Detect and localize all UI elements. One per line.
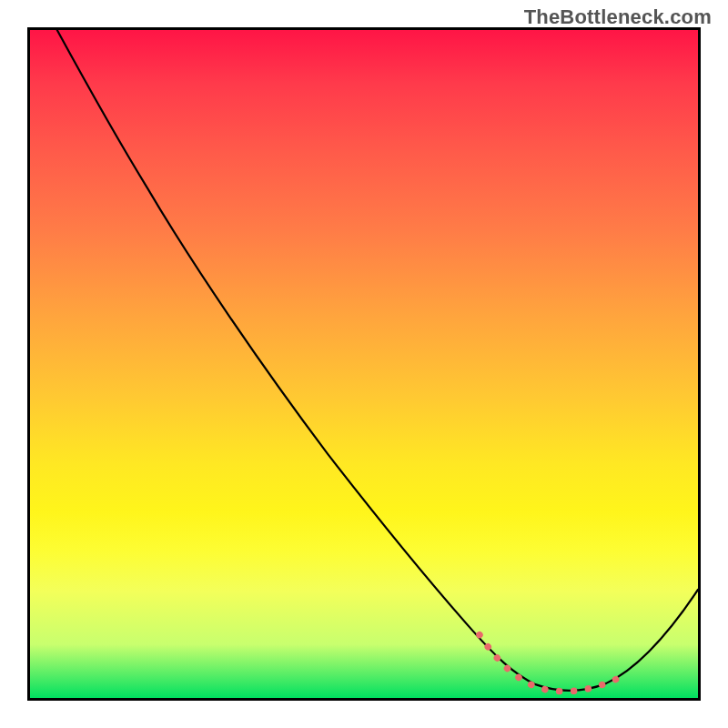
- bottleneck-curve-path: [57, 30, 698, 691]
- chart-svg: [30, 30, 698, 698]
- trough-highlight-path: [480, 635, 619, 692]
- plot-area: [27, 27, 701, 701]
- chart-container: { "watermark": "TheBottleneck.com", "cha…: [0, 0, 728, 728]
- watermark-text: TheBottleneck.com: [524, 5, 712, 29]
